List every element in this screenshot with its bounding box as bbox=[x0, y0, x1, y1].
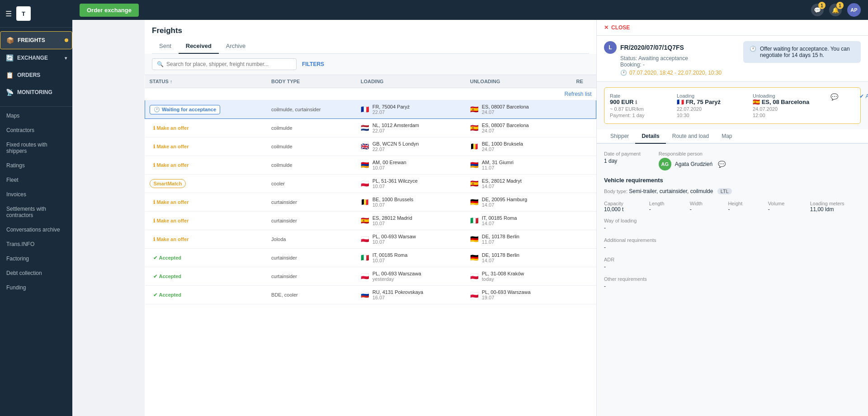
sidebar-item-freights[interactable]: 📦 FREIGHTS bbox=[0, 31, 72, 49]
tab-route-load[interactable]: Route and load bbox=[666, 129, 715, 144]
way-loading-row: Way of loading - bbox=[604, 218, 861, 231]
sidebar-link-funding[interactable]: Funding bbox=[0, 280, 72, 295]
loading-date: 22.07.2020 bbox=[677, 106, 749, 112]
refresh-list-button[interactable]: Refresh list bbox=[564, 91, 591, 97]
table-row[interactable]: ✔ Accepted BDE, cooler 🇷🇺 RU, 4131 Pokro… bbox=[145, 286, 596, 304]
exchange-icon: 🔄 bbox=[5, 54, 14, 62]
status-cell: 🕐 Waiting for acceptance bbox=[145, 100, 267, 119]
loading-cell: 🇮🇹 IT, 00185 Roma 10.07 bbox=[356, 249, 466, 267]
sidebar-link-ratings[interactable]: Ratings bbox=[0, 158, 72, 173]
unloading-block: Unloading 🇪🇸 ES, 08 Barcelona 24.07.2020… bbox=[753, 93, 825, 118]
body-type-cell: curtainsider bbox=[267, 212, 356, 230]
table-row[interactable]: ℹ Make an offer coilmulde 🇬🇧 GB, WC2N 5 … bbox=[145, 137, 596, 156]
unloading-flag: 🇮🇹 bbox=[470, 217, 479, 225]
sidebar-item-orders[interactable]: 📋 ORDERS bbox=[0, 66, 72, 84]
other-req-label: Other requirements bbox=[604, 276, 861, 282]
adr-label: ADR bbox=[604, 257, 861, 262]
unloading-cell: 🇮🇹 IT, 00185 Roma 14.07 bbox=[466, 212, 572, 230]
status-cell: ℹ Make an offer bbox=[145, 193, 267, 212]
sidebar-link-maps[interactable]: Maps bbox=[0, 109, 72, 123]
loading-flag: 🇬🇧 bbox=[361, 142, 369, 151]
search-input[interactable] bbox=[166, 61, 292, 67]
hamburger-icon[interactable]: ☰ bbox=[5, 9, 12, 18]
unloading-cell: 🇦🇲 AM, 31 Giumri 11.07 bbox=[466, 156, 572, 175]
chat-icon-badge[interactable]: 💬 1 bbox=[811, 4, 824, 16]
col-status: STATUS ↑ bbox=[145, 75, 267, 88]
sidebar-item-exchange[interactable]: 🔄 EXCHANGE ▾ bbox=[0, 49, 72, 66]
loading-time: 10:30 bbox=[677, 113, 749, 118]
table-row[interactable]: ℹ Make an offer coilmulde 🇳🇱 NL, 1012 Am… bbox=[145, 119, 596, 137]
table-row[interactable]: ℹ Make an offer coilmulde 🇦🇲 AM, 00 Erew… bbox=[145, 156, 596, 175]
additional-req-row: Additional requirements - bbox=[604, 237, 861, 251]
loading-flag: 🇷🇺 bbox=[361, 291, 369, 299]
body-type-cell: curtainsider bbox=[267, 193, 356, 212]
filters-button[interactable]: FILTERS bbox=[302, 61, 324, 67]
table-wrap: STATUS ↑ BODY TYPE LOADING UNLOADING RE … bbox=[145, 75, 596, 416]
info-icon: ℹ bbox=[153, 218, 155, 224]
sidebar-link-settlements-with-contractors[interactable]: Settlements with contractors bbox=[0, 202, 72, 222]
unloading-cell: 🇵🇱 PL, 00-693 Warszawa 19.07 bbox=[466, 286, 572, 304]
sidebar-link-invoices[interactable]: Invoices bbox=[0, 187, 72, 202]
unloading-cell: 🇩🇪 DE, 10178 Berlin 11.07 bbox=[466, 230, 572, 249]
status-cell: ℹ Make an offer bbox=[145, 137, 267, 156]
body-type-cell: coilmulde bbox=[267, 137, 356, 156]
close-button[interactable]: ✕ CLOSE bbox=[597, 20, 868, 36]
body-type-label: Body type: bbox=[604, 189, 627, 194]
sidebar-link-contractors[interactable]: Contractors bbox=[0, 123, 72, 137]
sidebar-link-debt-collection[interactable]: Debt collection bbox=[0, 266, 72, 280]
tab-details[interactable]: Details bbox=[635, 129, 665, 144]
way-loading-value: - bbox=[604, 225, 861, 231]
monitoring-icon: 📡 bbox=[5, 88, 14, 96]
table-row[interactable]: ✔ Accepted curtainsider 🇮🇹 IT, 00185 Rom… bbox=[145, 249, 596, 267]
sidebar-link-fleet[interactable]: Fleet bbox=[0, 173, 72, 187]
unloading-flag: 🇵🇱 bbox=[470, 272, 479, 280]
loading-cell: 🇳🇱 NL, 1012 Amsterdam 22.07 bbox=[356, 119, 466, 137]
message-icon[interactable]: 💬 bbox=[830, 93, 838, 100]
sidebar-item-monitoring[interactable]: 📡 MONITORING bbox=[0, 84, 72, 101]
info-icon: ℹ bbox=[153, 125, 155, 131]
height-block: Height - bbox=[728, 201, 759, 213]
withdraw-offer-button[interactable]: WITHDRAW OFFER bbox=[842, 102, 868, 109]
loading-cell: 🇪🇸 ES, 28012 Madrid 10.07 bbox=[356, 212, 466, 230]
sidebar-link-trans.info[interactable]: Trans.INFO bbox=[0, 237, 72, 251]
sidebar: ☰ T 📦 FREIGHTS 🔄 EXCHANGE ▾ 📋 ORDERS 📡 M… bbox=[0, 0, 72, 416]
loading-flag: 🇧🇪 bbox=[361, 198, 369, 206]
order-exchange-button[interactable]: Order exchange bbox=[80, 4, 139, 17]
tab-shipper[interactable]: Shipper bbox=[604, 129, 635, 144]
tab-received[interactable]: Received bbox=[179, 39, 219, 54]
responsible-avatar: AG bbox=[659, 158, 671, 170]
sidebar-link-fixed-routes-with-shippers[interactable]: Fixed routes with shippers bbox=[0, 137, 72, 158]
adr-value: - bbox=[604, 264, 861, 270]
chat-col: 💬 bbox=[829, 93, 838, 100]
tab-archive[interactable]: Archive bbox=[219, 39, 253, 54]
loading-flag: 🇪🇸 bbox=[361, 217, 369, 225]
body-type-row: Body type: Semi-trailer, curtainsider, c… bbox=[604, 188, 861, 194]
status-cell: ℹ Make an offer bbox=[145, 212, 267, 230]
tab-map[interactable]: Map bbox=[715, 129, 738, 144]
body-type-cell: curtainsider bbox=[267, 267, 356, 286]
table-row[interactable]: ✔ Accepted curtainsider 🇵🇱 PL, 00-693 Wa… bbox=[145, 267, 596, 286]
sidebar-link-factoring[interactable]: Factoring bbox=[0, 251, 72, 266]
table-row[interactable]: SmartMatch cooler 🇵🇱 PL, 51-361 Wilczyce… bbox=[145, 175, 596, 193]
user-avatar[interactable]: AP bbox=[847, 3, 861, 17]
info-icon: ℹ bbox=[153, 236, 155, 242]
table-row[interactable]: 🕐 Waiting for acceptance coilmulde, curt… bbox=[145, 100, 596, 119]
table-row[interactable]: ℹ Make an offer curtainsider 🇧🇪 BE, 1000… bbox=[145, 193, 596, 212]
offer-card: Rate 900 EUR ℹ ~ 0.87 EUR/km Payment: 1 … bbox=[604, 87, 861, 124]
rate-label: Rate bbox=[610, 93, 673, 99]
table-row[interactable]: ℹ Make an offer Joloda 🇵🇱 PL, 00-693 War… bbox=[145, 230, 596, 249]
bell-icon-badge[interactable]: 🔔 1 bbox=[829, 4, 842, 16]
table-row[interactable]: ℹ Make an offer curtainsider 🇪🇸 ES, 2801… bbox=[145, 212, 596, 230]
rate-per-km: ~ 0.87 EUR/km bbox=[610, 106, 673, 112]
sidebar-link-conversations-archive[interactable]: Conversations archive bbox=[0, 222, 72, 237]
loading-flag: 🇫🇷 bbox=[361, 105, 369, 113]
unloading-flag: 🇩🇪 bbox=[470, 235, 479, 243]
status-cell: ℹ Make an offer bbox=[145, 119, 267, 137]
detail-status: Status: Awaiting acceptance bbox=[620, 55, 738, 61]
volume-label: Volume bbox=[768, 201, 801, 206]
loading-cell: 🇫🇷 FR, 75004 Paryż 22.07 bbox=[356, 100, 466, 119]
responsible-chat-icon[interactable]: 💬 bbox=[718, 161, 726, 168]
tab-sent[interactable]: Sent bbox=[152, 39, 179, 54]
additional-req-label: Additional requirements bbox=[604, 237, 861, 243]
loading-cell: 🇵🇱 PL, 51-361 Wilczyce 10.07 bbox=[356, 175, 466, 193]
